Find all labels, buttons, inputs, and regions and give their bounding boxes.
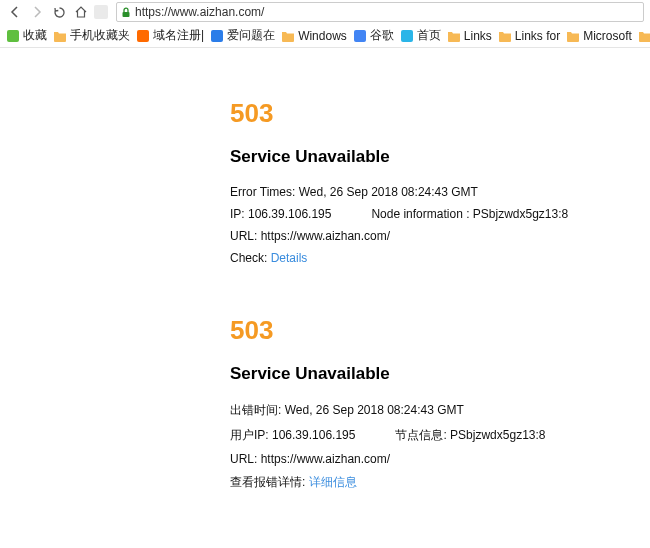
- reload-icon: [53, 6, 66, 19]
- error-url: URL: https://www.aizhan.com/: [230, 229, 650, 243]
- details-link[interactable]: 详细信息: [309, 475, 357, 489]
- details-link[interactable]: Details: [271, 251, 308, 265]
- bookmark-icon: [498, 29, 512, 43]
- page-content: 503 Service Unavailable Error Times: Wed…: [0, 48, 650, 491]
- error-check: Check: Details: [230, 251, 650, 265]
- bookmark-item[interactable]: 收藏: [6, 27, 47, 44]
- address-bar[interactable]: https://www.aizhan.com/: [116, 2, 644, 22]
- error-title: Service Unavailable: [230, 364, 650, 384]
- bookmark-icon: [210, 29, 224, 43]
- reload-button[interactable]: [50, 3, 68, 21]
- bookmark-item[interactable]: 爱问题在: [210, 27, 275, 44]
- error-node: Node information : PSbjzwdx5gz13:8: [371, 207, 568, 221]
- browser-nav-row: https://www.aizhan.com/: [0, 0, 650, 24]
- error-time: Error Times: Wed, 26 Sep 2018 08:24:43 G…: [230, 185, 650, 199]
- bookmark-label: 域名注册|: [153, 27, 204, 44]
- bookmark-item[interactable]: 首页: [400, 27, 441, 44]
- bookmark-item[interactable]: Links for: [498, 29, 560, 43]
- bookmark-item[interactable]: 域名注册|: [136, 27, 204, 44]
- error-ip: IP: 106.39.106.195: [230, 207, 331, 221]
- error-block: 503 Service Unavailable Error Times: Wed…: [230, 98, 650, 265]
- error-time: 出错时间: Wed, 26 Sep 2018 08:24:43 GMT: [230, 402, 650, 419]
- bookmark-icon: [6, 29, 20, 43]
- bookmark-label: 谷歌: [370, 27, 394, 44]
- lock-icon: [121, 7, 131, 18]
- error-code: 503: [230, 315, 650, 346]
- bookmark-item[interactable]: Microsoft: [566, 29, 632, 43]
- bookmark-icon: [281, 29, 295, 43]
- bookmark-icon: [566, 29, 580, 43]
- svg-rect-0: [123, 12, 130, 17]
- bookmark-item[interactable]: MSN 网: [638, 27, 650, 44]
- bookmark-label: 首页: [417, 27, 441, 44]
- bookmark-item[interactable]: 手机收藏夹: [53, 27, 130, 44]
- chevron-right-icon: [31, 6, 43, 18]
- back-button[interactable]: [6, 3, 24, 21]
- bookmark-icon: [136, 29, 150, 43]
- bookmark-label: Microsoft: [583, 29, 632, 43]
- bookmark-label: 手机收藏夹: [70, 27, 130, 44]
- bookmark-icon: [638, 29, 650, 43]
- bookmark-item[interactable]: Windows: [281, 29, 347, 43]
- bookmark-item[interactable]: Links: [447, 29, 492, 43]
- error-check: 查看报错详情: 详细信息: [230, 474, 650, 491]
- home-icon: [74, 5, 88, 19]
- bookmark-item[interactable]: 谷歌: [353, 27, 394, 44]
- bookmark-label: 爱问题在: [227, 27, 275, 44]
- url-text: https://www.aizhan.com/: [135, 5, 264, 19]
- bookmark-label: Windows: [298, 29, 347, 43]
- bookmarks-bar: 收藏手机收藏夹域名注册|爱问题在Windows谷歌首页LinksLinks fo…: [0, 24, 650, 48]
- bookmark-icon: [447, 29, 461, 43]
- error-code: 503: [230, 98, 650, 129]
- error-title: Service Unavailable: [230, 147, 650, 167]
- error-url: URL: https://www.aizhan.com/: [230, 452, 650, 466]
- error-ip: 用户IP: 106.39.106.195: [230, 427, 355, 444]
- home-button[interactable]: [72, 3, 90, 21]
- bookmark-icon: [53, 29, 67, 43]
- bookmark-icon: [400, 29, 414, 43]
- bookmark-label: Links: [464, 29, 492, 43]
- bookmark-label: Links for: [515, 29, 560, 43]
- error-node: 节点信息: PSbjzwdx5gz13:8: [395, 427, 545, 444]
- bookmark-icon: [353, 29, 367, 43]
- forward-button[interactable]: [28, 3, 46, 21]
- error-block: 503 Service Unavailable 出错时间: Wed, 26 Se…: [230, 315, 650, 491]
- bookmark-label: 收藏: [23, 27, 47, 44]
- site-icon: [94, 5, 108, 19]
- chevron-left-icon: [9, 6, 21, 18]
